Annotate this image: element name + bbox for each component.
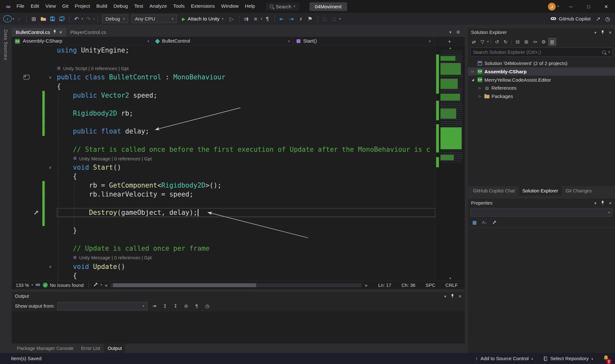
menu-debug[interactable]: Debug (110, 0, 131, 13)
account-avatar[interactable]: J (548, 3, 556, 10)
line-indicator[interactable]: Ln: 17 (378, 282, 391, 288)
close-tab-icon[interactable]: ✕ (59, 30, 62, 34)
horizontal-scrollbar[interactable] (111, 283, 362, 287)
open-chat-icon[interactable]: ↗ (594, 14, 603, 23)
goto-location-icon[interactable]: ⇥ (150, 302, 158, 310)
output-content[interactable] (12, 311, 465, 344)
menu-window[interactable]: Window (218, 0, 242, 13)
show-all-files-icon[interactable]: ⊞ (522, 38, 530, 45)
code-line[interactable]: Destroy(gameObject, delay); (57, 208, 435, 217)
collapse-all-icon[interactable]: ⊟ (514, 38, 521, 45)
properties-gear-icon[interactable]: ⚙ (540, 38, 547, 45)
split-editor-icon[interactable]: + (434, 37, 465, 45)
tree-item-merryyellow-codeassist-editor[interactable]: ◢C#MerryYellow.CodeAssist.Editor (468, 76, 615, 84)
code-cleanup-icon[interactable] (93, 282, 98, 288)
menu-git[interactable]: Git (59, 0, 71, 13)
account-chevron-icon[interactable]: ▾ (557, 5, 559, 8)
redo-icon[interactable]: ↷ (84, 14, 93, 23)
code-line[interactable] (57, 235, 435, 244)
code-line[interactable]: Rigidbody2D rb; (57, 109, 435, 118)
undo-icon[interactable]: ↶ (72, 14, 81, 23)
member-dropdown[interactable]: Start() ▾ (293, 37, 434, 45)
window-position-chevron-icon[interactable]: ▾ (594, 30, 596, 35)
bookmark-icon[interactable]: ⚑ (306, 14, 314, 23)
codelens-text[interactable]: Unity Message | 0 references | Gpt (79, 255, 152, 260)
open-folder-icon[interactable] (39, 14, 47, 23)
navigate-backward-icon[interactable]: ‹ (3, 15, 12, 22)
word-wrap-icon[interactable]: ¶ (193, 302, 200, 310)
code-cleanup-chevron-icon[interactable]: ▾ (100, 283, 102, 287)
previous-message-icon[interactable]: ↥ (161, 302, 169, 310)
file-structure-icon[interactable]: ≡ (251, 14, 260, 23)
line-ending-indicator[interactable]: CRLF (445, 282, 458, 288)
filter-chevron-icon[interactable]: ▾ (487, 40, 489, 44)
pin-icon[interactable] (53, 29, 56, 35)
categorized-icon[interactable]: ▦ (471, 218, 478, 226)
column-indicator[interactable]: Ch: 36 (402, 282, 415, 288)
menu-build[interactable]: Build (93, 0, 111, 13)
close-button[interactable]: ✕ (597, 0, 615, 13)
navigate-backward-chevron-icon[interactable]: ▾ (12, 17, 14, 20)
codelens-text[interactable]: Unity Script | 0 references | Gpt (63, 66, 129, 71)
solution-platform-dropdown[interactable]: Any CPU ▾ (131, 14, 177, 23)
visual-studio-logo-icon[interactable]: ∞ (3, 3, 13, 10)
decrease-indent-icon[interactable]: ⇤ (278, 14, 286, 23)
panel-tab-git-changes[interactable]: Git Changes (562, 186, 595, 195)
alphabetical-icon[interactable]: A↓ (480, 218, 488, 226)
attach-to-unity-button[interactable]: ▶ Attach to Unity ▾ (179, 16, 227, 21)
menu-file[interactable]: File (13, 0, 28, 13)
code-line[interactable] (57, 100, 435, 109)
navigate-forward-icon[interactable]: › (15, 14, 24, 23)
expander-collapsed-icon[interactable]: ▷ (470, 70, 475, 73)
type-dropdown[interactable]: BulletControl ▾ (153, 37, 293, 45)
insert-mode-indicator[interactable]: SPC (426, 282, 435, 288)
pin-icon[interactable] (601, 30, 604, 35)
save-icon[interactable] (48, 14, 57, 23)
code-line[interactable]: rb.linearVelocity = speed; (57, 190, 435, 199)
codelens-text[interactable]: Unity Message | 0 references | Gpt (79, 156, 152, 161)
save-all-icon[interactable] (58, 14, 66, 23)
feedback-icon[interactable]: ◷ (603, 14, 612, 23)
add-to-source-control-button[interactable]: ↑ Add to Source Control ▴ (475, 356, 533, 361)
code-line[interactable]: rb = GetComponent<Rigidbody2D>(); (57, 181, 435, 190)
github-copilot-button[interactable]: GitHub Copilot (550, 15, 593, 22)
code-line[interactable]: public float delay; (57, 127, 435, 136)
scroll-left-icon[interactable]: ◀ (104, 283, 107, 287)
menu-view[interactable]: View (42, 0, 59, 13)
code-line[interactable]: { (57, 271, 435, 280)
expander-expanded-icon[interactable]: ◢ (470, 78, 475, 82)
scroll-up-icon[interactable]: ▲ (436, 46, 465, 50)
data-sources-tab[interactable]: Data Sources (3, 29, 9, 353)
panel-tab-github-copilot-chat[interactable]: GitHub Copilot Chat (470, 186, 519, 195)
output-source-dropdown[interactable]: ▾ (57, 302, 147, 310)
search-box[interactable]: Search ▾ (266, 3, 299, 10)
close-panel-icon[interactable]: ✕ (609, 30, 612, 35)
zoom-level[interactable]: 133 % (16, 282, 29, 288)
active-files-chevron-icon[interactable]: ▾ (449, 30, 452, 35)
new-project-icon[interactable]: ⊞ (29, 14, 38, 23)
code-line[interactable]: void Update() (57, 262, 435, 271)
code-line[interactable] (57, 136, 435, 145)
clear-all-icon[interactable]: ⊘ (182, 302, 190, 310)
tab-bulletcontrol-cs[interactable]: BulletControl.cs✕ (12, 28, 66, 37)
panel-tab-error-list[interactable]: Error List (78, 344, 104, 353)
fold-chevron-icon[interactable]: ∨ (47, 163, 54, 172)
project-dropdown[interactable]: C# Assembly-CSharp ▾ (12, 37, 153, 45)
tree-item-packages[interactable]: ▷Packages (468, 92, 615, 101)
minimize-button[interactable]: ─ (562, 0, 580, 13)
code-line[interactable]: public Vector2 speed; (57, 91, 435, 100)
code-line[interactable]: { (57, 82, 435, 91)
document-health-indicator[interactable]: ✓ No issues found (43, 282, 83, 288)
scroll-right-icon[interactable]: ▶ (365, 283, 368, 287)
close-panel-icon[interactable]: ✕ (458, 294, 461, 298)
code-line[interactable]: using UnityEngine; (57, 46, 435, 55)
code-line[interactable]: public class BulletControl : MonoBehavio… (57, 73, 435, 82)
search-options-chevron-icon[interactable]: ▾ (608, 50, 610, 54)
structure-chevron-icon[interactable]: ▾ (261, 17, 262, 20)
navigate-to-icon[interactable]: ⇉ (242, 14, 251, 23)
switch-views-icon[interactable]: ▥ (548, 38, 556, 45)
minimap[interactable]: ▲ ▼ (435, 46, 465, 280)
code-line[interactable] (57, 55, 435, 64)
tab-playercontrol-cs[interactable]: PlayerControl.cs (66, 28, 110, 37)
menu-analyze[interactable]: Analyze (146, 0, 170, 13)
